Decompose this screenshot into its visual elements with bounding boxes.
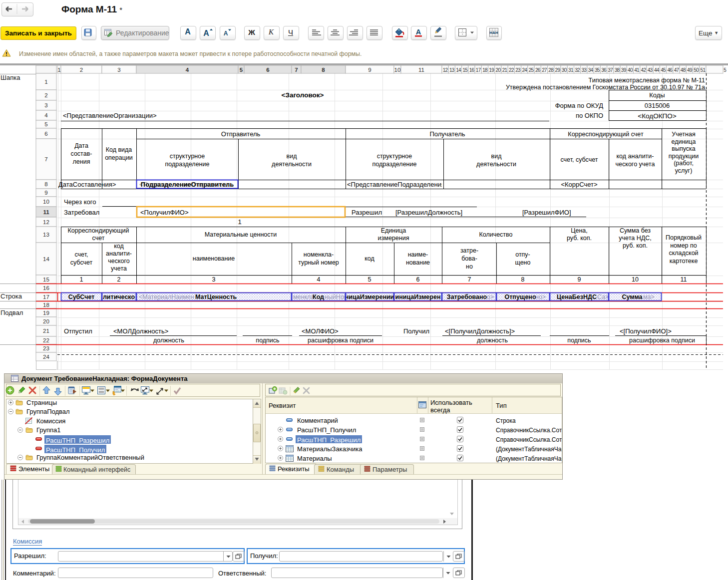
svg-text:46: 46 [667, 67, 673, 73]
svg-text:Коды: Коды [649, 91, 665, 99]
svg-text:4: 4 [317, 276, 321, 283]
svg-text:47: 47 [674, 67, 680, 73]
svg-text:44: 44 [654, 67, 660, 73]
svg-text:код: код [364, 255, 374, 262]
svg-text:Разрешил: Разрешил [352, 209, 382, 216]
svg-text:ЦенаБезНДС: ЦенаБезНДС [557, 293, 597, 300]
svg-text:наиме-: наиме- [408, 251, 428, 258]
svg-text:турный номер: турный номер [298, 259, 339, 266]
svg-text:16: 16 [469, 67, 475, 73]
svg-text:19: 19 [489, 67, 494, 73]
svg-text:22: 22 [509, 67, 514, 73]
svg-text:деятельности: деятельности [476, 161, 516, 168]
svg-text:20: 20 [496, 67, 501, 73]
svg-text:7: 7 [295, 67, 298, 73]
svg-text:26: 26 [535, 67, 541, 73]
svg-text:Са>: Са> [597, 293, 609, 300]
svg-text:подпись: подпись [567, 337, 591, 344]
svg-text:деятельности: деятельности [272, 161, 312, 168]
svg-text:иницаИзмерен: иницаИзмерен [395, 293, 441, 300]
svg-text:складской: складской [669, 250, 698, 257]
svg-text:Единица: Единица [381, 227, 406, 234]
svg-text:41: 41 [634, 67, 640, 73]
svg-text:15: 15 [462, 67, 468, 73]
svg-text:27: 27 [542, 67, 547, 73]
svg-text:Получатель: Получатель [429, 130, 465, 138]
svg-text:8: 8 [521, 276, 525, 283]
svg-text:6: 6 [416, 276, 420, 283]
svg-text:ницаИзмерении: ницаИзмерении [345, 293, 394, 300]
svg-text:подразделение: подразделение [372, 161, 417, 168]
svg-text:9: 9 [578, 276, 581, 283]
svg-text:о>: о> [487, 293, 494, 300]
svg-text:10: 10 [632, 276, 639, 283]
svg-text:расшифровка подписи: расшифровка подписи [308, 337, 373, 344]
svg-text:51: 51 [701, 67, 706, 73]
svg-text:номер по: номер по [670, 242, 697, 249]
svg-text:18: 18 [482, 67, 488, 73]
svg-text:<[ПолучилДолжность]>: <[ПолучилДолжность]> [445, 327, 515, 335]
svg-text:отпу-: отпу- [515, 251, 530, 258]
svg-text:Сумма: Сумма [622, 293, 643, 300]
svg-text:45: 45 [661, 67, 666, 73]
svg-text:продукции: продукции [669, 153, 699, 160]
svg-text:49: 49 [687, 67, 693, 73]
svg-text:счет, субсчет: счет, субсчет [561, 156, 598, 163]
svg-text:Форма по ОКУД: Форма по ОКУД [555, 102, 604, 109]
svg-text:0315006: 0315006 [645, 102, 670, 109]
svg-text:7: 7 [468, 276, 471, 283]
svg-text:9: 9 [368, 67, 371, 73]
svg-text:42: 42 [641, 67, 647, 73]
svg-text:ма>: ма> [643, 293, 655, 300]
svg-text:измерения: измерения [378, 235, 409, 242]
svg-text:ныйНом: ныйНом [325, 293, 348, 300]
svg-text:Отпущено: Отпущено [504, 293, 536, 300]
svg-text:37: 37 [608, 67, 613, 73]
svg-text:должность: должность [477, 337, 508, 344]
svg-text:Утверждена постановлением Госк: Утверждена постановлением Госкомстата Ро… [506, 84, 705, 91]
svg-text:<КоррСчет>: <КоррСчет> [561, 181, 597, 188]
svg-text:Получил: Получил [403, 327, 429, 335]
svg-text:35: 35 [595, 67, 600, 73]
svg-text:29: 29 [555, 67, 561, 73]
svg-text:33: 33 [581, 67, 587, 73]
svg-text:13: 13 [449, 67, 455, 73]
svg-text:43: 43 [648, 67, 653, 73]
svg-text:щено: щено [515, 259, 531, 266]
svg-text:5: 5 [724, 67, 727, 73]
svg-text:17: 17 [476, 67, 481, 73]
svg-text:единица: единица [672, 138, 696, 145]
svg-text:23: 23 [515, 67, 521, 73]
svg-text:расшифровка подписи: расшифровка подписи [629, 337, 695, 344]
svg-text:Затребовано: Затребовано [447, 293, 487, 300]
svg-text:38: 38 [615, 67, 620, 73]
svg-text:48: 48 [681, 67, 686, 73]
svg-text:код аналити-: код аналити- [616, 153, 654, 160]
svg-text:выпуска: выпуска [672, 145, 695, 152]
svg-text:Цена,: Цена, [571, 227, 588, 234]
svg-text:36: 36 [601, 67, 607, 73]
svg-text:затре-: затре- [460, 247, 478, 254]
svg-text:11: 11 [418, 67, 424, 73]
svg-text:нование: нование [406, 259, 430, 266]
svg-text:структурное: структурное [377, 153, 412, 160]
svg-text:<КодОКПО>: <КодОКПО> [638, 112, 676, 120]
svg-text:Количество: Количество [479, 231, 512, 238]
svg-text:30: 30 [562, 67, 567, 73]
svg-text:25: 25 [529, 67, 534, 73]
svg-text:[РазрешилФИО]: [РазрешилФИО] [522, 209, 571, 216]
svg-text:но: но [466, 263, 473, 270]
svg-text:10: 10 [394, 67, 401, 73]
svg-text:21: 21 [502, 67, 508, 73]
svg-text:но>: но> [535, 293, 546, 300]
svg-text:бова-: бова- [461, 255, 477, 262]
svg-text:руб. коп.: руб. коп. [623, 242, 648, 249]
svg-text:<ПредставлениеПодразделения>: <ПредставлениеПодразделения> [347, 181, 448, 188]
svg-text:<Заголовок>: <Заголовок> [282, 91, 324, 99]
svg-text:менкла: менкла [293, 293, 314, 300]
svg-text:Учетная: Учетная [672, 131, 695, 138]
svg-text:(работ,: (работ, [674, 160, 694, 167]
svg-text:34: 34 [588, 67, 594, 73]
svg-text:6: 6 [266, 67, 269, 73]
svg-text:<МОЛФИО>: <МОЛФИО> [302, 327, 339, 335]
